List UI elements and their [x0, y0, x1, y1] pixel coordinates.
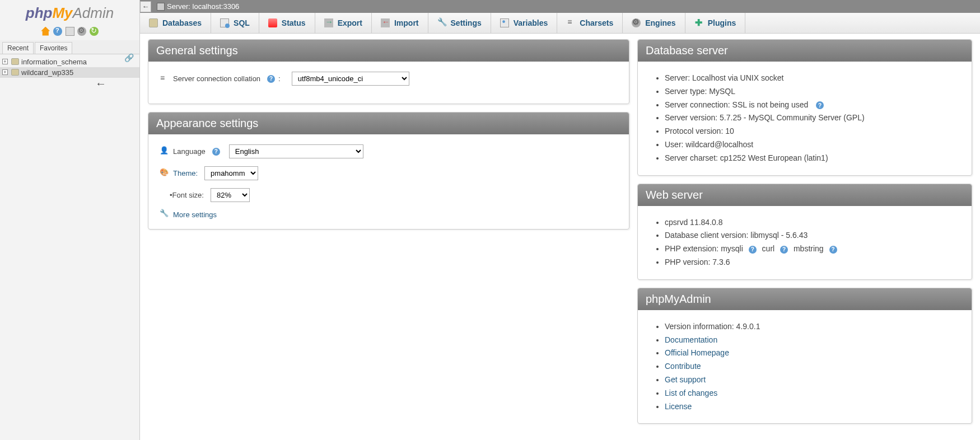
- help-icon[interactable]: [53, 27, 62, 36]
- info-item: Server: Localhost via UNIX socket: [665, 72, 960, 85]
- license-link[interactable]: License: [665, 402, 692, 411]
- database-icon: [11, 69, 19, 76]
- tab-favorites[interactable]: Favorites: [35, 42, 72, 54]
- logo-my: My: [52, 4, 72, 21]
- general-settings-panel: General settings Server connection colla…: [148, 39, 629, 104]
- variables-icon: [500, 18, 509, 27]
- import-icon: [381, 18, 390, 27]
- pma-list: Version information: 4.9.0.1 Documentati…: [665, 320, 960, 414]
- content: General settings Server connection colla…: [140, 34, 980, 437]
- changes-link[interactable]: List of changes: [665, 388, 717, 397]
- reload-icon[interactable]: [90, 27, 99, 36]
- export-icon: [324, 18, 333, 27]
- info-item: Official Homepage: [665, 347, 960, 360]
- fontsize-label: Font size:: [172, 191, 204, 199]
- breadcrumb[interactable]: Server: localhost:3306: [140, 0, 980, 13]
- info-item: Database client version: libmysql - 5.6.…: [665, 229, 960, 242]
- db-item-wildcard-wp335[interactable]: + wildcard_wp335: [0, 67, 139, 78]
- nav-charsets[interactable]: Charsets: [557, 13, 623, 33]
- homepage-link[interactable]: Official Homepage: [665, 348, 729, 357]
- database-server-panel: Database server Server: Localhost via UN…: [637, 39, 972, 176]
- info-item: Documentation: [665, 334, 960, 347]
- db-label: information_schema: [21, 58, 87, 66]
- help-icon[interactable]: ?: [749, 246, 757, 254]
- home-icon[interactable]: [41, 27, 50, 36]
- nav-import[interactable]: Import: [372, 13, 428, 33]
- sql-doc-icon[interactable]: [66, 27, 74, 36]
- appearance-settings-panel: Appearance settings Language ? English T…: [148, 112, 629, 230]
- contribute-link[interactable]: Contribute: [665, 362, 701, 371]
- nav-sql[interactable]: SQL: [211, 13, 259, 33]
- info-item: List of changes: [665, 387, 960, 400]
- left-column: General settings Server connection colla…: [148, 39, 629, 432]
- right-column: Database server Server: Localhost via UN…: [637, 39, 972, 432]
- logo[interactable]: phpMyAdmin: [0, 0, 139, 24]
- theme-label[interactable]: Theme:: [173, 169, 198, 177]
- info-item: PHP version: 7.3.6: [665, 256, 960, 269]
- documentation-link[interactable]: Documentation: [665, 335, 717, 344]
- db-item-information-schema[interactable]: + information_schema: [0, 57, 139, 67]
- help-icon[interactable]: ?: [829, 246, 837, 254]
- collation-select[interactable]: utf8mb4_unicode_ci: [292, 72, 409, 86]
- link-icon[interactable]: 🔗: [124, 53, 134, 62]
- nav-variables[interactable]: Variables: [491, 13, 558, 33]
- info-item: Server connection: SSL is not being used…: [665, 99, 960, 112]
- wrench-icon: [160, 210, 169, 219]
- info-item: License: [665, 400, 960, 414]
- info-item: Server type: MySQL: [665, 85, 960, 99]
- panel-title: Database server: [638, 40, 972, 62]
- nav-plugins[interactable]: Plugins: [685, 13, 746, 33]
- panel-title: Appearance settings: [148, 113, 629, 134]
- gear-icon: [632, 18, 641, 27]
- info-item: Get support: [665, 373, 960, 387]
- help-icon[interactable]: ?: [212, 148, 220, 156]
- panel-title: phpMyAdmin: [638, 288, 972, 310]
- main: ← Server: localhost:3306 Databases SQL S…: [140, 0, 980, 440]
- status-icon: [268, 18, 277, 27]
- arrow-annotation-icon: ←: [95, 77, 106, 90]
- collation-label: Server connection collation: [173, 74, 260, 83]
- fontsize-select[interactable]: 82%: [211, 188, 250, 202]
- user-icon: [160, 147, 169, 156]
- tab-recent[interactable]: Recent: [2, 42, 34, 54]
- more-settings-link[interactable]: More settings: [160, 210, 618, 219]
- plugins-icon: [694, 18, 703, 27]
- nav-export[interactable]: Export: [315, 13, 372, 33]
- server-icon: [157, 3, 165, 11]
- language-select[interactable]: English: [229, 144, 363, 158]
- expand-icon[interactable]: +: [2, 59, 8, 64]
- info-item: PHP extension: mysqli ? curl ? mbstring …: [665, 242, 960, 256]
- expand-icon[interactable]: +: [2, 69, 8, 75]
- sidebar-tabs: Recent Favorites: [0, 40, 139, 54]
- support-link[interactable]: Get support: [665, 375, 706, 384]
- lines-icon: [160, 74, 169, 83]
- help-icon[interactable]: ?: [780, 246, 788, 254]
- sql-icon: [220, 18, 229, 27]
- help-icon[interactable]: ?: [816, 101, 824, 109]
- database-icon: [149, 18, 158, 27]
- info-item: Server version: 5.7.25 - MySQL Community…: [665, 111, 960, 125]
- help-icon[interactable]: ?: [267, 75, 275, 83]
- language-label: Language: [173, 147, 206, 156]
- database-list: + information_schema + wildcard_wp335: [0, 54, 139, 80]
- nav-status[interactable]: Status: [259, 13, 315, 33]
- nav-databases[interactable]: Databases: [140, 13, 211, 33]
- info-item: cpsrvd 11.84.0.8: [665, 216, 960, 230]
- db-server-list: Server: Localhost via UNIX socket Server…: [665, 72, 960, 165]
- sidebar-toolbar: [0, 24, 139, 40]
- fontsize-row: Font size: 82%: [170, 188, 618, 202]
- theme-select[interactable]: pmahomme: [204, 166, 258, 180]
- breadcrumb-label: Server: localhost:3306: [167, 2, 239, 11]
- info-item: Contribute: [665, 360, 960, 373]
- info-item: User: wildcard@localhost: [665, 138, 960, 152]
- logo-php: php: [26, 4, 53, 21]
- palette-icon: [160, 169, 169, 178]
- top-navigation: Databases SQL Status Export Import Setti…: [140, 13, 980, 34]
- theme-row: Theme: pmahomme: [160, 166, 618, 180]
- nav-settings[interactable]: Settings: [428, 13, 491, 33]
- collation-row: Server connection collation ?: utf8mb4_u…: [160, 72, 618, 86]
- info-item: Server charset: cp1252 West European (la…: [665, 152, 960, 165]
- settings-icon[interactable]: [77, 27, 86, 36]
- nav-engines[interactable]: Engines: [623, 13, 685, 33]
- sidebar-collapse-button[interactable]: ←: [140, 1, 151, 12]
